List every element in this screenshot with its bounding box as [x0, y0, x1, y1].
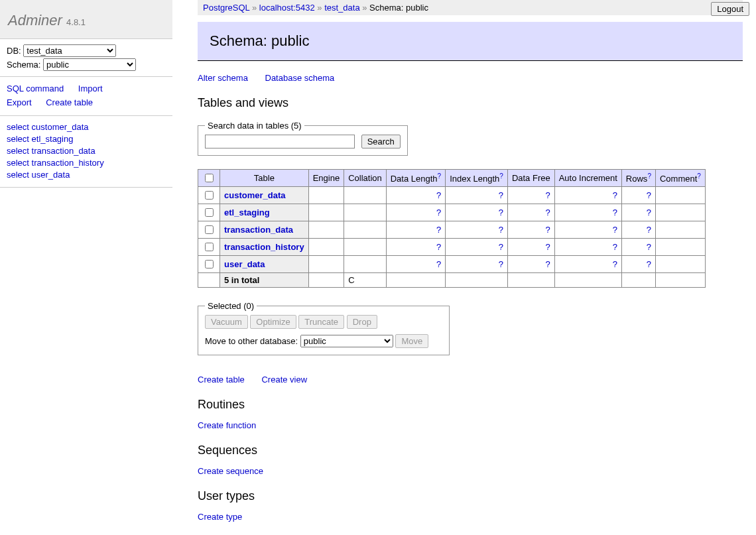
cell-unknown[interactable]: ? — [647, 242, 651, 252]
cell-unknown[interactable]: ? — [499, 190, 503, 200]
breadcrumb-driver[interactable]: PostgreSQL — [203, 3, 249, 13]
sidebar-table-link[interactable]: select customer_data — [7, 121, 166, 133]
cell-unknown[interactable]: ? — [499, 242, 503, 252]
cell-unknown[interactable]: ? — [545, 259, 550, 269]
database-schema-link[interactable]: Database schema — [265, 73, 335, 83]
table-row: transaction_data????? — [198, 221, 706, 239]
sidebar-table-link[interactable]: select transaction_data — [7, 145, 166, 157]
cell-unknown[interactable]: ? — [499, 208, 503, 217]
truncate-button[interactable] — [298, 315, 344, 329]
cell-unknown[interactable]: ? — [613, 259, 617, 269]
table-name-link[interactable]: etl_staging — [224, 208, 270, 217]
footer-total: 5 in total — [220, 273, 309, 288]
brand-name: Adminer — [8, 12, 62, 29]
selected-fieldset: Selected (0) Move to other database: pub… — [198, 301, 450, 355]
vacuum-button[interactable] — [205, 315, 248, 329]
table-row: transaction_history????? — [198, 239, 706, 256]
cell-unknown[interactable]: ? — [436, 259, 441, 269]
cell-unknown[interactable]: ? — [499, 259, 503, 269]
create-function-link[interactable]: Create function — [198, 420, 256, 430]
cell-unknown[interactable]: ? — [545, 242, 550, 252]
cell-unknown[interactable]: ? — [545, 225, 550, 235]
col-engine: Engine — [308, 170, 344, 187]
table-row: etl_staging????? — [198, 204, 706, 221]
search-fieldset: Search data in tables (5) — [198, 121, 408, 156]
cell-unknown[interactable]: ? — [613, 242, 617, 252]
table-name-link[interactable]: transaction_history — [224, 242, 304, 252]
help-icon[interactable]: ? — [438, 172, 442, 180]
optimize-button[interactable] — [250, 315, 296, 329]
cell-unknown[interactable]: ? — [647, 259, 651, 269]
create-type-link[interactable]: Create type — [198, 512, 242, 522]
col-collation: Collation — [344, 170, 387, 187]
sidebar-table-link[interactable]: select etl_staging — [7, 133, 166, 145]
sidebar-table-link[interactable]: select user_data — [7, 169, 166, 181]
table-name-link[interactable]: user_data — [224, 259, 265, 269]
search-input[interactable] — [205, 135, 355, 149]
col-rows: Rows? — [621, 170, 655, 187]
cell-unknown[interactable]: ? — [436, 242, 441, 252]
routines-heading: Routines — [198, 398, 743, 412]
search-legend: Search data in tables (5) — [205, 121, 304, 131]
sequences-heading: Sequences — [198, 444, 743, 457]
tables-heading: Tables and views — [198, 96, 743, 110]
table-name-link[interactable]: transaction_data — [224, 225, 293, 235]
import-link[interactable]: Import — [78, 82, 103, 96]
breadcrumb-database[interactable]: test_data — [324, 3, 360, 13]
cell-unknown[interactable]: ? — [545, 208, 550, 217]
logout-button[interactable]: Logout — [711, 2, 749, 16]
help-icon[interactable]: ? — [499, 172, 503, 180]
create-table-link-bottom[interactable]: Create table — [198, 375, 245, 385]
create-sequence-link[interactable]: Create sequence — [198, 466, 263, 476]
row-checkbox[interactable] — [205, 191, 214, 200]
table-name-link[interactable]: customer_data — [224, 190, 285, 200]
cell-unknown[interactable]: ? — [436, 225, 441, 235]
db-select[interactable]: test_data — [23, 44, 116, 57]
cell-unknown[interactable]: ? — [436, 190, 441, 200]
create-view-link[interactable]: Create view — [261, 375, 307, 385]
col-comment: Comment? — [655, 170, 705, 187]
alter-schema-link[interactable]: Alter schema — [198, 73, 248, 83]
cell-unknown[interactable]: ? — [613, 225, 617, 235]
cell-unknown[interactable]: ? — [613, 190, 617, 200]
db-label: DB: — [7, 46, 21, 56]
breadcrumb-server[interactable]: localhost:5432 — [259, 3, 315, 13]
sidebar-table-link[interactable]: select transaction_history — [7, 157, 166, 169]
row-checkbox[interactable] — [205, 243, 214, 251]
cell-unknown[interactable]: ? — [647, 225, 651, 235]
brand-title: Adminer 4.8.1 — [8, 12, 164, 29]
schema-label: Schema: — [7, 60, 40, 70]
col-table: Table — [220, 170, 309, 187]
tables-table: Table Engine Collation Data Length? Inde… — [198, 169, 706, 288]
user-types-heading: User types — [198, 489, 743, 503]
cell-unknown[interactable]: ? — [545, 190, 550, 200]
drop-button[interactable] — [347, 315, 377, 329]
move-label: Move to other database: — [205, 336, 298, 346]
brand-version: 4.8.1 — [66, 17, 86, 27]
row-checkbox[interactable] — [205, 260, 214, 268]
table-row: user_data????? — [198, 256, 706, 273]
row-checkbox[interactable] — [205, 225, 214, 234]
row-checkbox[interactable] — [205, 208, 214, 217]
help-icon[interactable]: ? — [697, 172, 701, 180]
schema-select[interactable]: public — [43, 58, 136, 71]
footer-collation: C — [344, 273, 387, 288]
col-data-length: Data Length? — [386, 170, 445, 187]
breadcrumb: PostgreSQL » localhost:5432 » test_data … — [198, 0, 743, 15]
help-icon[interactable]: ? — [647, 172, 651, 180]
search-button[interactable] — [361, 135, 401, 149]
export-link[interactable]: Export — [7, 96, 32, 110]
select-all-checkbox[interactable] — [205, 174, 214, 182]
cell-unknown[interactable]: ? — [499, 225, 503, 235]
sidebar-tables: select customer_data select etl_staging … — [0, 116, 172, 188]
sql-command-link[interactable]: SQL command — [7, 82, 64, 96]
move-button[interactable] — [395, 334, 428, 348]
cell-unknown[interactable]: ? — [647, 190, 651, 200]
table-row: customer_data????? — [198, 187, 706, 204]
create-table-link[interactable]: Create table — [46, 96, 93, 110]
page-title: Schema: public — [198, 22, 743, 61]
move-target-select[interactable]: public — [300, 335, 393, 347]
cell-unknown[interactable]: ? — [436, 208, 441, 217]
cell-unknown[interactable]: ? — [647, 208, 651, 217]
cell-unknown[interactable]: ? — [613, 208, 617, 217]
